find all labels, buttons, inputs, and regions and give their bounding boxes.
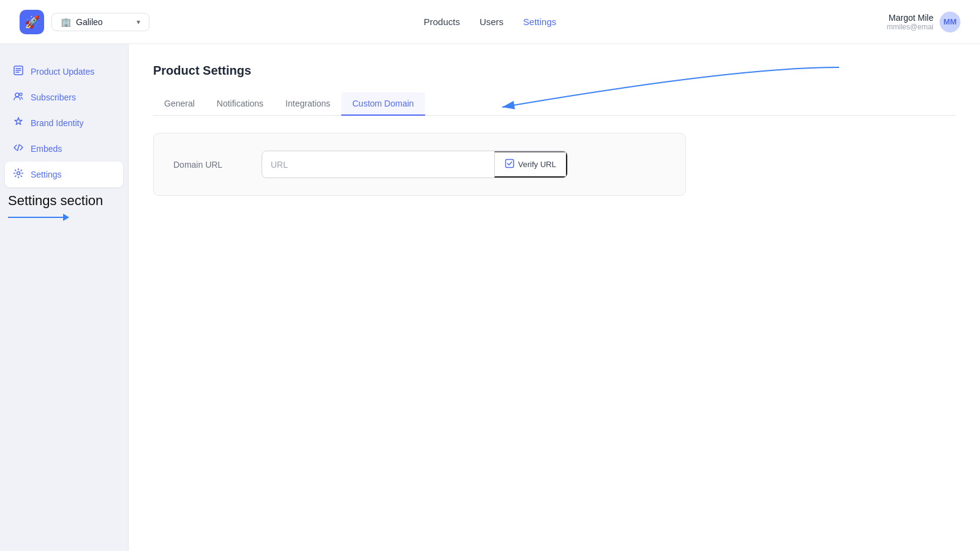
verify-icon	[505, 159, 514, 170]
verify-url-label: Verify URL	[518, 160, 556, 169]
subscribers-icon	[12, 91, 24, 104]
product-updates-icon	[12, 65, 24, 78]
sidebar-item-settings[interactable]: Settings	[5, 162, 123, 187]
user-name: Margot Mile	[887, 13, 933, 23]
workspace-name: Galileo	[76, 17, 132, 27]
sidebar: Product Updates Subscribers Brand Identi…	[0, 44, 129, 551]
logo-area: 🚀 🏢 Galileo ▾	[20, 10, 149, 34]
tab-custom-domain[interactable]: Custom Domain	[341, 92, 424, 116]
domain-url-input-group: Verify URL	[262, 151, 568, 178]
custom-domain-card: Domain URL Verify URL	[153, 133, 686, 196]
content-area: Product Settings General Notifications I…	[129, 44, 980, 551]
nav-link-users[interactable]: Users	[480, 14, 503, 29]
sidebar-item-label-embeds: Embeds	[31, 144, 62, 154]
main-layout: Product Updates Subscribers Brand Identi…	[0, 44, 980, 551]
sidebar-item-label-brand-identity: Brand Identity	[31, 118, 83, 128]
sidebar-item-subscribers[interactable]: Subscribers	[0, 84, 128, 110]
sidebar-item-label-product-updates: Product Updates	[31, 67, 94, 77]
nav-link-products[interactable]: Products	[424, 14, 460, 29]
sidebar-item-brand-identity[interactable]: Brand Identity	[0, 110, 128, 136]
embeds-icon	[12, 142, 24, 156]
user-email: mmiles@emai	[887, 23, 933, 31]
sidebar-item-label-subscribers: Subscribers	[31, 92, 76, 102]
nav-center: Products Users Settings	[424, 14, 557, 29]
settings-tabs: General Notifications Integrations Custo…	[153, 92, 956, 116]
top-navigation: 🚀 🏢 Galileo ▾ Products Users Settings Ma…	[0, 0, 980, 44]
sidebar-item-embeds[interactable]: Embeds	[0, 136, 128, 162]
verify-url-button[interactable]: Verify URL	[494, 151, 567, 178]
nav-link-settings[interactable]: Settings	[523, 14, 556, 29]
avatar[interactable]: MM	[940, 12, 960, 32]
svg-point-7	[17, 172, 20, 175]
avatar-initials: MM	[943, 17, 957, 26]
tab-notifications[interactable]: Notifications	[206, 92, 274, 116]
user-profile-area: Margot Mile mmiles@emai MM	[887, 12, 960, 32]
workspace-selector[interactable]: 🏢 Galileo ▾	[51, 13, 149, 31]
sidebar-item-label-settings: Settings	[31, 170, 62, 179]
brand-identity-icon	[12, 116, 24, 130]
domain-url-field-row: Domain URL Verify URL	[173, 151, 666, 178]
sidebar-item-product-updates[interactable]: Product Updates	[0, 59, 128, 84]
domain-url-label: Domain URL	[173, 160, 247, 170]
chevron-down-icon: ▾	[137, 18, 140, 26]
workspace-icon: 🏢	[61, 17, 71, 27]
svg-line-6	[18, 144, 20, 151]
svg-rect-8	[505, 160, 513, 168]
tab-integrations[interactable]: Integrations	[274, 92, 341, 116]
tab-general[interactable]: General	[153, 92, 206, 116]
svg-point-5	[20, 93, 22, 96]
domain-url-input[interactable]	[262, 151, 494, 178]
page-title: Product Settings	[153, 64, 956, 78]
user-info: Margot Mile mmiles@emai	[887, 13, 933, 31]
svg-point-4	[15, 93, 19, 97]
app-logo-icon: 🚀	[20, 10, 44, 34]
settings-icon	[12, 168, 24, 181]
